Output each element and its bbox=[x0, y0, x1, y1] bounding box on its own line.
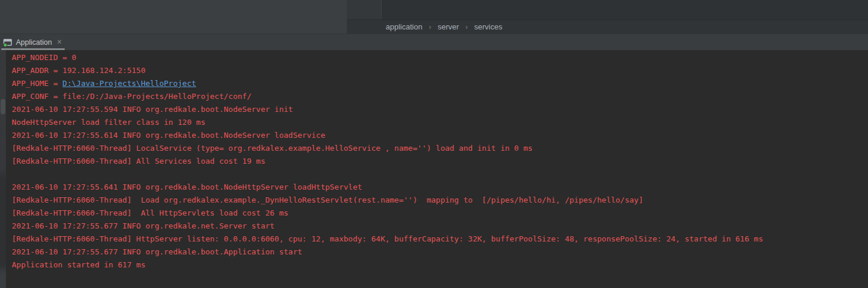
run-toolwindow-tabbar: Application ✕ bbox=[0, 34, 868, 50]
navbar-spacer bbox=[347, 0, 381, 19]
breadcrumb-item-services[interactable]: services bbox=[474, 22, 502, 31]
tab-label: Application bbox=[16, 38, 52, 47]
console-scrollbar-thumb[interactable] bbox=[1, 99, 5, 114]
console-lines: APP_NODEID = 0APP_ADDR = 192.168.124.2:5… bbox=[12, 51, 763, 272]
console-line: APP_NODEID = 0 bbox=[12, 51, 763, 64]
breadcrumb-item-server[interactable]: server bbox=[438, 22, 459, 31]
close-icon[interactable]: ✕ bbox=[57, 38, 62, 46]
navbar-background bbox=[381, 0, 868, 19]
console-scrollbar-track[interactable] bbox=[0, 50, 6, 288]
console-line: 2021-06-10 17:27:55.641 INFO org.redkale… bbox=[12, 181, 763, 194]
tab-application[interactable]: Application ✕ bbox=[0, 34, 65, 50]
console-output[interactable]: APP_NODEID = 0APP_ADDR = 192.168.124.2:5… bbox=[0, 50, 868, 288]
console-line: [Redkale-HTTP:6060-Thread] HttpServer li… bbox=[12, 233, 763, 246]
console-line: [Redkale-HTTP:6060-Thread] Load org.redk… bbox=[12, 194, 763, 207]
breadcrumb-item-application[interactable]: application bbox=[386, 22, 422, 31]
app-home-link[interactable]: D:\Java-Projects\HelloProject bbox=[62, 79, 196, 88]
console-line: APP_HOME = D:\Java-Projects\HelloProject bbox=[12, 77, 763, 90]
console-line: 2021-06-10 17:27:55.594 INFO org.redkale… bbox=[12, 103, 763, 116]
breadcrumb: application›server›services bbox=[347, 19, 868, 34]
editor-empty-panel bbox=[0, 0, 347, 34]
console-line: NodeHttpServer load filter class in 120 … bbox=[12, 116, 763, 129]
console-line: APP_CONF = file:/D:/Java-Projects/HelloP… bbox=[12, 90, 763, 103]
chevron-right-icon: › bbox=[465, 23, 468, 31]
console-line: 2021-06-10 17:27:55.677 INFO org.redkale… bbox=[12, 246, 763, 259]
console-line: APP_ADDR = 192.168.124.2:5150 bbox=[12, 64, 763, 77]
console-line: 2021-06-10 17:27:55.614 INFO org.redkale… bbox=[12, 129, 763, 142]
console-line: [Redkale-HTTP:6060-Thread] LocalService … bbox=[12, 142, 763, 155]
ide-window: application›server›services Application … bbox=[0, 0, 868, 288]
console-line: [Redkale-HTTP:6060-Thread] All Services … bbox=[12, 155, 763, 168]
console-line: 2021-06-10 17:27:55.677 INFO org.redkale… bbox=[12, 220, 763, 233]
console-line bbox=[12, 168, 763, 181]
console-line: [Redkale-HTTP:6060-Thread] All HttpServl… bbox=[12, 207, 763, 220]
chevron-right-icon: › bbox=[429, 23, 431, 31]
run-console-icon bbox=[3, 38, 12, 47]
console-line: Application started in 617 ms bbox=[12, 259, 763, 272]
